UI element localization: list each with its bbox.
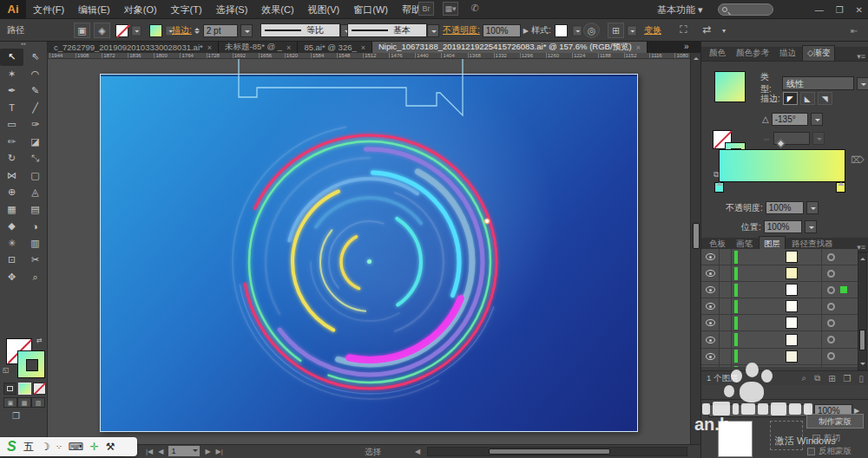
last-artboard-icon[interactable]: ▶|: [216, 448, 223, 455]
brush-caret[interactable]: [427, 24, 439, 37]
visibility-cell[interactable]: [701, 315, 720, 330]
eraser-tool[interactable]: ◪: [23, 134, 47, 151]
target-icon[interactable]: [827, 336, 835, 344]
layers-scroll-thumb[interactable]: [859, 330, 865, 350]
direct-selection-tool[interactable]: ⇖: [23, 49, 47, 66]
stroke-width-stepper[interactable]: [194, 25, 200, 36]
bounding-box-icon[interactable]: ▣: [74, 23, 90, 38]
target-cell[interactable]: [821, 349, 858, 364]
tab-close-icon[interactable]: ×: [361, 43, 365, 52]
visibility-cell[interactable]: [701, 298, 720, 314]
gradient-tool[interactable]: ▤: [23, 201, 47, 219]
align-icon[interactable]: ⊞: [608, 23, 624, 38]
layers-scroll-up-icon[interactable]: [860, 255, 865, 260]
lock-cell[interactable]: [720, 315, 732, 330]
width-tool[interactable]: ⋈: [0, 167, 23, 185]
recolor-artwork-icon[interactable]: ◎: [583, 23, 600, 38]
layer-row[interactable]: [701, 349, 858, 365]
layer-thumbnail[interactable]: [786, 300, 798, 312]
visibility-cell[interactable]: [701, 365, 720, 367]
none-mode-button[interactable]: [33, 383, 46, 395]
hscroll-thumb[interactable]: [489, 448, 610, 455]
make-mask-button[interactable]: 制作蒙版: [806, 414, 864, 429]
eye-icon[interactable]: [706, 353, 715, 360]
menu-item[interactable]: 视图(V): [301, 0, 347, 19]
eye-icon[interactable]: [706, 319, 715, 326]
pen-tool[interactable]: ✒: [0, 82, 23, 100]
lock-cell[interactable]: [720, 349, 732, 364]
menu-item[interactable]: 编辑(E): [71, 0, 117, 19]
layer-thumbnail[interactable]: [786, 334, 798, 346]
lock-cell[interactable]: [720, 365, 732, 367]
gradient-stop-start[interactable]: [714, 182, 724, 193]
transform-panel-link[interactable]: 变换: [644, 24, 661, 36]
stop-location-field[interactable]: 100%: [764, 220, 802, 233]
opacity-field[interactable]: 100%: [483, 24, 521, 37]
panel-menu-icon[interactable]: ▾≡: [857, 243, 865, 252]
tab-close-icon[interactable]: ×: [286, 43, 291, 52]
arrange-documents-icon[interactable]: ▦▾: [443, 2, 458, 16]
perspective-grid-tool[interactable]: ◬: [23, 184, 47, 201]
search-input[interactable]: [718, 3, 773, 16]
new-sublayer-icon[interactable]: ⊞: [828, 374, 835, 383]
ime-wubi-icon[interactable]: 五: [23, 440, 34, 455]
panel-tab-3[interactable]: ◇渐变: [802, 45, 835, 61]
eye-icon[interactable]: [706, 253, 715, 260]
isolate-icon[interactable]: ◈: [94, 23, 110, 38]
draw-normal-icon[interactable]: ▣: [3, 397, 17, 408]
canvas-viewport[interactable]: [48, 59, 690, 444]
dock-collapse-icon[interactable]: »: [684, 42, 689, 51]
target-cell[interactable]: [821, 249, 858, 265]
stop-opacity-caret[interactable]: [806, 201, 819, 214]
draw-behind-icon[interactable]: ▩: [17, 397, 31, 408]
lock-cell[interactable]: [720, 298, 732, 314]
ime-wrench-icon[interactable]: ⚒: [106, 441, 115, 453]
target-icon[interactable]: [827, 352, 835, 360]
zoom-tool[interactable]: ⌕: [23, 269, 47, 286]
symbol-sprayer-tool[interactable]: ✳: [0, 235, 23, 252]
target-icon[interactable]: [827, 270, 835, 278]
new-layer-icon[interactable]: ❐: [844, 374, 852, 383]
target-cell[interactable]: [821, 365, 858, 367]
rectangle-tool[interactable]: ▭: [0, 116, 23, 134]
visibility-cell[interactable]: [701, 282, 720, 298]
visibility-cell[interactable]: [701, 349, 720, 364]
stop-location-caret[interactable]: [805, 220, 817, 233]
panel-tab-1[interactable]: 颜色参考: [732, 46, 773, 61]
object-thumbnail[interactable]: [718, 421, 753, 457]
opacity-panel-link[interactable]: 不透明度:: [443, 24, 480, 36]
menu-item[interactable]: 选择(S): [209, 0, 255, 19]
magic-wand-tool[interactable]: ✶: [0, 66, 23, 83]
screen-mode-button[interactable]: ❐: [12, 411, 20, 421]
fill-color-dropdown[interactable]: [131, 25, 141, 36]
stroke-gradient-within-icon[interactable]: ◤: [783, 92, 798, 105]
stroke-gradient-across-icon[interactable]: ◥: [818, 92, 832, 105]
brush-definition-dropdown[interactable]: 基本: [347, 23, 427, 37]
gradient-slider-bar[interactable]: [719, 149, 845, 182]
tab-close-icon[interactable]: ×: [636, 43, 641, 52]
invert-mask-checkbox[interactable]: [807, 448, 815, 455]
artboard-number-field[interactable]: 1: [168, 446, 200, 456]
shape-builder-tool[interactable]: ⊕: [0, 184, 23, 201]
menu-item[interactable]: 效果(C): [254, 0, 300, 19]
ime-keyboard-icon[interactable]: ⌨: [68, 441, 82, 453]
target-cell[interactable]: [821, 315, 858, 330]
ime-logo[interactable]: S: [7, 439, 16, 455]
layer-row[interactable]: [701, 365, 858, 367]
gradient-type-dropdown[interactable]: 线性: [782, 76, 854, 90]
ime-plugin-icon[interactable]: ✛: [90, 441, 99, 453]
layer-thumbnail[interactable]: [786, 284, 798, 296]
layer-thumbnail-cell[interactable]: [740, 267, 821, 279]
layer-row[interactable]: [701, 298, 858, 315]
panel-menu-icon[interactable]: ▾≡: [857, 52, 865, 61]
rotate-tool[interactable]: ↻: [0, 150, 23, 167]
prev-artboard-icon[interactable]: ◀: [158, 448, 163, 455]
lock-cell[interactable]: [720, 331, 732, 347]
scale-tool[interactable]: ⤡: [23, 150, 47, 167]
selection-tool[interactable]: ↖: [0, 49, 23, 66]
fill-color-swatch[interactable]: [115, 24, 128, 37]
target-icon[interactable]: [827, 303, 835, 311]
gradient-type-caret[interactable]: [857, 77, 868, 90]
bridge-icon[interactable]: Br: [418, 2, 434, 16]
hand-tool[interactable]: ✥: [0, 269, 23, 286]
